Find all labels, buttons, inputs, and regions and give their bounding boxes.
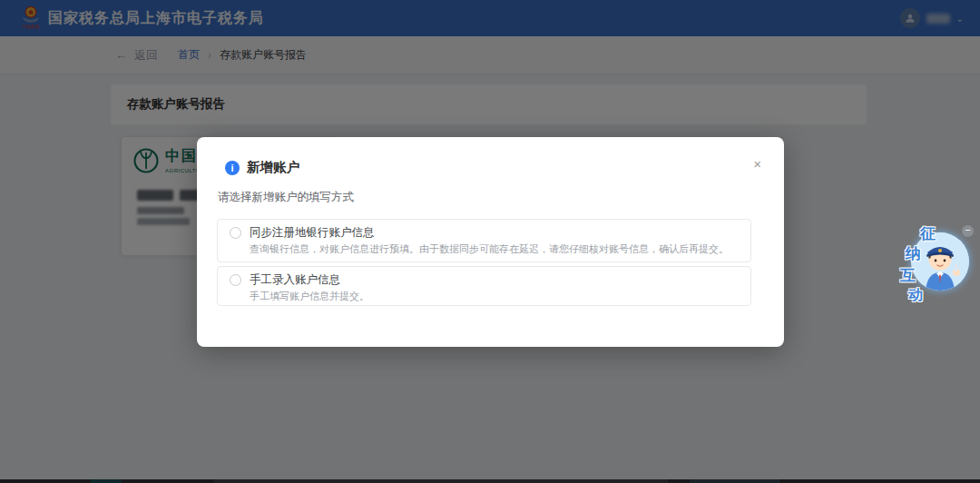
close-icon[interactable]: × bbox=[753, 157, 761, 171]
option-sync-bank-info[interactable]: 同步注册地银行账户信息 查询银行信息，对账户信息进行预填。由于数据同步可能存在延… bbox=[217, 219, 751, 262]
minimize-icon[interactable]: − bbox=[962, 225, 974, 237]
option-title: 手工录入账户信息 bbox=[250, 272, 340, 288]
option-description: 查询银行信息，对账户信息进行预填。由于数据同步可能存在延迟，请您仔细核对账号信息… bbox=[250, 242, 729, 256]
radio-button-icon[interactable] bbox=[230, 274, 241, 286]
mascot-char: 纳 bbox=[906, 243, 921, 264]
radio-button-icon[interactable] bbox=[230, 227, 241, 239]
dialog-title: 新增账户 bbox=[247, 159, 299, 176]
option-title: 同步注册地银行账户信息 bbox=[250, 225, 375, 241]
option-manual-entry[interactable]: 手工录入账户信息 手工填写账户信息并提交。 bbox=[217, 266, 751, 306]
add-account-dialog: i 新增账户 × 请选择新增账户的填写方式 同步注册地银行账户信息 查询银行信息… bbox=[197, 137, 784, 347]
interaction-mascot-widget[interactable]: − bbox=[882, 221, 976, 307]
info-icon: i bbox=[225, 161, 240, 175]
mascot-char: 动 bbox=[908, 286, 923, 305]
mascot-char: 互 bbox=[900, 265, 916, 286]
dialog-prompt: 请选择新增账户的填写方式 bbox=[218, 190, 354, 205]
screen: 中国税务 国家税务总局上海市电子税务局 ⌄ ← 返回 首页 › 存款账户账号报告… bbox=[0, 0, 980, 483]
option-description: 手工填写账户信息并提交。 bbox=[250, 290, 369, 303]
mascot-char: 征 bbox=[920, 223, 936, 244]
